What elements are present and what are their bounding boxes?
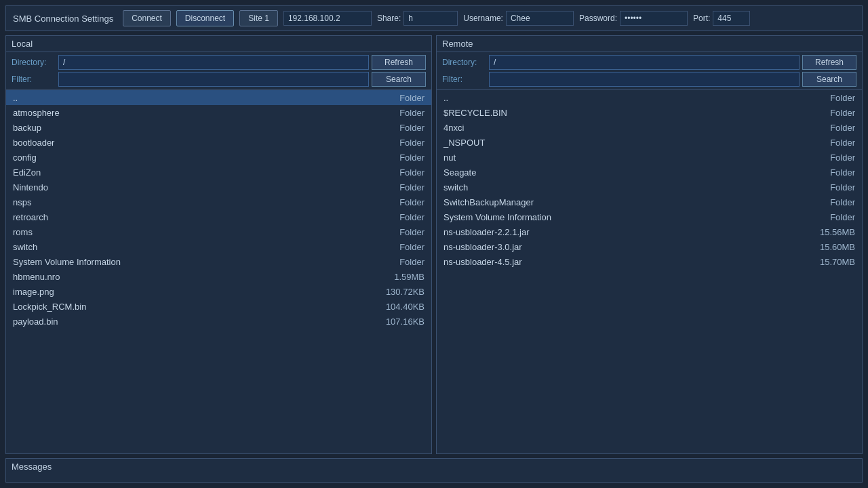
list-item[interactable]: romsFolder xyxy=(6,224,431,239)
remote-search-button[interactable]: Search xyxy=(802,72,856,87)
file-type: 104.40KB xyxy=(370,302,425,312)
share-group: Share: xyxy=(377,11,458,26)
file-type: Folder xyxy=(370,93,425,103)
list-item[interactable]: retroarchFolder xyxy=(6,209,431,224)
site-button[interactable]: Site 1 xyxy=(239,10,278,26)
port-input[interactable] xyxy=(713,11,750,26)
share-label: Share: xyxy=(377,14,401,23)
remote-filter-label: Filter: xyxy=(442,75,486,84)
local-refresh-button[interactable]: Refresh xyxy=(372,55,426,70)
list-item[interactable]: configFolder xyxy=(6,150,431,165)
list-item[interactable]: ns-usbloader-2.2.1.jar15.56MB xyxy=(437,224,862,239)
list-item[interactable]: nutFolder xyxy=(437,150,862,165)
list-item[interactable]: ns-usbloader-3.0.jar15.60MB xyxy=(437,239,862,254)
file-name: switch xyxy=(13,242,37,252)
list-item[interactable]: ..Folder xyxy=(6,90,431,105)
list-item[interactable]: atmosphereFolder xyxy=(6,105,431,120)
file-name: bootloader xyxy=(13,138,54,148)
password-input[interactable] xyxy=(620,11,688,26)
file-type: Folder xyxy=(801,152,855,163)
file-type: Folder xyxy=(801,182,855,192)
file-name: ns-usbloader-2.2.1.jar xyxy=(443,227,529,237)
file-type: Folder xyxy=(370,108,425,118)
list-item[interactable]: ns-usbloader-4.5.jar15.70MB xyxy=(437,254,862,269)
remote-file-list[interactable]: ..Folder$RECYCLE.BINFolder4nxciFolder_NS… xyxy=(437,90,862,453)
file-type: Folder xyxy=(370,152,425,163)
app-container: SMB Connection Settings Connect Disconne… xyxy=(0,0,868,488)
list-item[interactable]: 4nxciFolder xyxy=(437,120,862,135)
file-name: EdiZon xyxy=(13,167,41,178)
username-input[interactable] xyxy=(506,11,574,26)
local-filter-input[interactable] xyxy=(58,72,369,87)
list-item[interactable]: switchFolder xyxy=(6,239,431,254)
local-directory-input[interactable] xyxy=(58,55,369,70)
list-item[interactable]: image.png130.72KB xyxy=(6,284,431,299)
local-filter-label: Filter: xyxy=(12,75,56,84)
list-item[interactable]: switchFolder xyxy=(437,180,862,195)
list-item[interactable]: EdiZonFolder xyxy=(6,165,431,180)
window-title: SMB Connection Settings xyxy=(13,14,113,24)
file-name: SwitchBackupManager xyxy=(443,197,534,207)
panels-container: Local Directory: Refresh Filter: Search … xyxy=(5,35,863,454)
username-group: Username: xyxy=(463,11,574,26)
password-label: Password: xyxy=(579,14,617,23)
file-name: nsps xyxy=(13,197,31,207)
list-item[interactable]: ..Folder xyxy=(437,90,862,105)
messages-bar: Messages xyxy=(5,458,863,483)
file-type: Folder xyxy=(370,138,425,148)
remote-directory-row: Directory: Refresh xyxy=(442,55,856,70)
local-search-button[interactable]: Search xyxy=(372,72,426,87)
remote-controls: Directory: Refresh Filter: Search xyxy=(437,52,862,90)
list-item[interactable]: NintendoFolder xyxy=(6,180,431,195)
file-name: .. xyxy=(443,93,448,103)
list-item[interactable]: System Volume InformationFolder xyxy=(437,209,862,224)
list-item[interactable]: backupFolder xyxy=(6,120,431,135)
remote-filter-input[interactable] xyxy=(489,72,800,87)
file-name: image.png xyxy=(13,287,54,297)
messages-label: Messages xyxy=(12,462,52,472)
remote-refresh-button[interactable]: Refresh xyxy=(802,55,856,70)
local-panel-header: Local xyxy=(6,36,431,52)
file-type: Folder xyxy=(801,167,855,178)
list-item[interactable]: _NSPOUTFolder xyxy=(437,135,862,150)
remote-directory-label: Directory: xyxy=(442,58,486,67)
file-type: Folder xyxy=(370,212,425,222)
local-filter-row: Filter: Search xyxy=(12,72,426,87)
list-item[interactable]: bootloaderFolder xyxy=(6,135,431,150)
remote-panel: Remote Directory: Refresh Filter: Search… xyxy=(436,35,863,454)
port-label: Port: xyxy=(693,14,710,23)
file-name: config xyxy=(13,152,37,163)
connect-button[interactable]: Connect xyxy=(123,10,171,26)
file-type: 107.16KB xyxy=(370,317,425,327)
file-type: Folder xyxy=(370,257,425,267)
file-type: Folder xyxy=(370,227,425,237)
file-name: System Volume Information xyxy=(443,212,551,222)
list-item[interactable]: System Volume InformationFolder xyxy=(6,254,431,269)
list-item[interactable]: $RECYCLE.BINFolder xyxy=(437,105,862,120)
list-item[interactable]: nspsFolder xyxy=(6,195,431,209)
local-file-list[interactable]: ..FolderatmosphereFolderbackupFolderboot… xyxy=(6,90,431,453)
local-directory-row: Directory: Refresh xyxy=(12,55,426,70)
remote-directory-input[interactable] xyxy=(489,55,800,70)
share-input[interactable] xyxy=(403,11,458,26)
file-type: 15.70MB xyxy=(801,257,855,267)
remote-panel-header: Remote xyxy=(437,36,862,52)
list-item[interactable]: payload.bin107.16KB xyxy=(6,314,431,329)
file-name: Seagate xyxy=(443,167,476,178)
list-item[interactable]: SwitchBackupManagerFolder xyxy=(437,195,862,209)
username-label: Username: xyxy=(463,14,503,23)
file-name: roms xyxy=(13,227,33,237)
file-type: Folder xyxy=(370,167,425,178)
file-name: switch xyxy=(443,182,468,192)
disconnect-button[interactable]: Disconnect xyxy=(176,10,234,26)
list-item[interactable]: hbmenu.nro1.59MB xyxy=(6,269,431,284)
file-type: Folder xyxy=(370,182,425,192)
list-item[interactable]: Lockpick_RCM.bin104.40KB xyxy=(6,299,431,314)
list-item[interactable]: SeagateFolder xyxy=(437,165,862,180)
ip-input[interactable] xyxy=(283,11,372,26)
file-name: nut xyxy=(443,152,456,163)
file-type: Folder xyxy=(801,197,855,207)
remote-filter-row: Filter: Search xyxy=(442,72,856,87)
file-type: 1.59MB xyxy=(370,272,425,282)
file-type: Folder xyxy=(370,123,425,133)
